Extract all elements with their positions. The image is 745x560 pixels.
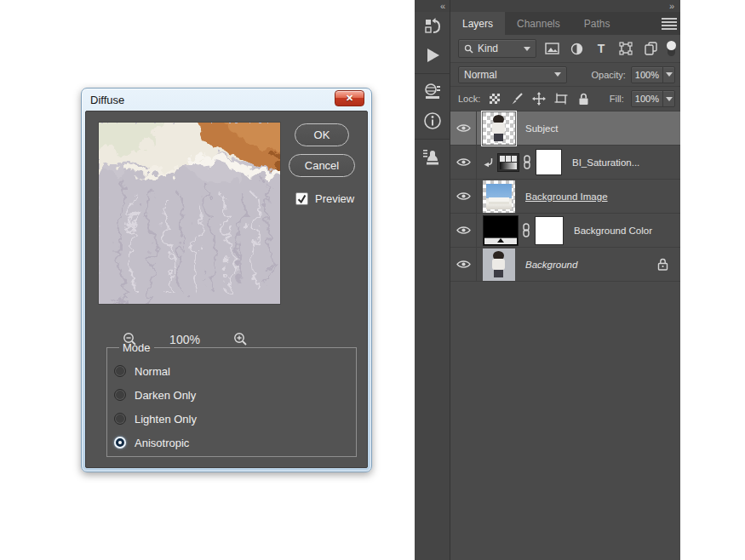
- tab-layers[interactable]: Layers: [450, 12, 505, 35]
- layers-list: Subject: [450, 111, 680, 560]
- visibility-toggle[interactable]: [450, 180, 477, 213]
- layer-name[interactable]: Background Image: [525, 191, 608, 202]
- clipping-mask-icon: [484, 157, 493, 168]
- lock-position-button[interactable]: [531, 91, 547, 106]
- filter-type-layers-button[interactable]: T: [592, 39, 610, 58]
- opacity-dropdown-button[interactable]: [662, 67, 674, 83]
- history-panel-button[interactable]: [415, 12, 450, 41]
- tab-channels[interactable]: Channels: [505, 12, 572, 35]
- layer-row-subject[interactable]: Subject: [450, 111, 680, 146]
- preview-checkbox[interactable]: [295, 192, 308, 205]
- smart-object-icon: [645, 42, 657, 55]
- lock-transparency-button[interactable]: [487, 91, 502, 106]
- layer-row-background-image[interactable]: Background Image: [450, 180, 680, 214]
- preview-toggle[interactable]: Preview: [295, 192, 354, 205]
- filter-preview[interactable]: [98, 122, 281, 305]
- adjustment-thumbnail[interactable]: [497, 153, 519, 172]
- layer-name[interactable]: Background Color: [574, 226, 652, 236]
- close-button[interactable]: ✕: [335, 90, 364, 106]
- ok-button[interactable]: OK: [295, 123, 349, 146]
- mode-group: Mode Normal Darken Only Lighten Only Ani…: [106, 341, 357, 457]
- lock-icon: [657, 258, 668, 271]
- mode-option-lighten-only[interactable]: Lighten Only: [114, 407, 356, 431]
- radio-icon[interactable]: [114, 389, 126, 401]
- move-icon: [532, 92, 546, 106]
- libraries-panel-button[interactable]: [415, 77, 450, 106]
- opacity-field[interactable]: 100%: [631, 66, 675, 83]
- link-icon[interactable]: [522, 223, 530, 237]
- layer-thumbnail[interactable]: [483, 249, 515, 281]
- radio-selected-icon[interactable]: [114, 437, 126, 449]
- lock-pixels-button[interactable]: [509, 91, 524, 106]
- visibility-toggle[interactable]: [450, 146, 477, 179]
- expand-dock-button[interactable]: »: [450, 0, 680, 12]
- mode-option-darken-only[interactable]: Darken Only: [114, 383, 356, 407]
- eye-icon: [456, 123, 471, 133]
- filter-smart-objects-button[interactable]: [641, 39, 660, 58]
- collapse-left-icon: «: [440, 1, 444, 11]
- opacity-label: Opacity:: [592, 70, 626, 80]
- hamburger-icon: [662, 18, 677, 20]
- diffuse-dialog: Diffuse ✕: [81, 88, 372, 472]
- image-icon: [545, 43, 559, 54]
- mode-legend: Mode: [119, 341, 154, 354]
- fill-dropdown-button[interactable]: [662, 91, 674, 106]
- visibility-toggle[interactable]: [450, 111, 477, 145]
- layer-row-background[interactable]: Background: [450, 248, 680, 282]
- layer-row-bi-saturation[interactable]: BI_Saturation...: [450, 146, 680, 180]
- panel-menu-button[interactable]: [662, 17, 677, 30]
- clone-source-panel-button[interactable]: [415, 143, 450, 172]
- visibility-toggle[interactable]: [450, 214, 477, 247]
- info-icon: [423, 111, 442, 130]
- chevron-down-icon: [666, 72, 673, 77]
- actions-panel-button[interactable]: [415, 41, 450, 70]
- strip-divider: [415, 73, 450, 74]
- layer-locked-indicator: [657, 258, 668, 271]
- panel-dock: «: [415, 0, 652, 560]
- dialog-titlebar[interactable]: Diffuse ✕: [85, 89, 368, 111]
- layer-mask-thumbnail[interactable]: [535, 216, 564, 245]
- cancel-button[interactable]: Cancel: [289, 154, 355, 177]
- layers-panel: » Layers Channels Paths Kind: [450, 0, 680, 560]
- fill-field[interactable]: 100%: [631, 90, 675, 107]
- filter-kind-dropdown[interactable]: Kind: [458, 39, 536, 58]
- lock-all-button[interactable]: [576, 91, 591, 106]
- layer-row-background-color[interactable]: Background Color: [450, 214, 680, 248]
- layer-name[interactable]: Background: [525, 260, 577, 270]
- layer-mask-thumbnail[interactable]: [536, 149, 562, 175]
- radio-icon[interactable]: [114, 365, 126, 377]
- collapsed-panel-strip: «: [415, 0, 450, 560]
- layer-name[interactable]: Subject: [525, 123, 558, 134]
- lock-icon: [578, 93, 589, 106]
- layer-thumbnail[interactable]: [483, 180, 515, 213]
- mode-option-label: Lighten Only: [135, 413, 197, 426]
- fill-value[interactable]: 100%: [632, 94, 662, 104]
- filter-shape-layers-button[interactable]: [616, 39, 635, 58]
- visibility-toggle[interactable]: [450, 248, 477, 281]
- opacity-value[interactable]: 100%: [632, 70, 662, 80]
- layer-thumbnail[interactable]: [483, 112, 515, 145]
- collapse-dock-button[interactable]: «: [415, 0, 450, 12]
- filter-adjustment-layers-button[interactable]: [567, 39, 586, 58]
- blend-row: Normal Opacity: 100%: [450, 63, 680, 87]
- radio-icon[interactable]: [114, 413, 126, 425]
- fill-label: Fill:: [610, 94, 624, 104]
- chevron-down-icon: [554, 72, 561, 77]
- fill-layer-thumbnail[interactable]: [483, 215, 519, 246]
- info-panel-button[interactable]: [415, 106, 450, 135]
- tab-paths[interactable]: Paths: [572, 12, 622, 35]
- transparency-checker-icon: [490, 94, 500, 104]
- chevron-down-icon: [524, 47, 530, 51]
- layer-name[interactable]: BI_Saturation...: [572, 157, 639, 168]
- filter-on-off-toggle[interactable]: [666, 39, 677, 58]
- link-icon[interactable]: [523, 155, 531, 169]
- mode-option-label: Anisotropic: [135, 437, 189, 449]
- panel-empty-area: [450, 282, 680, 560]
- mode-option-normal[interactable]: Normal: [114, 359, 356, 383]
- mode-option-anisotropic[interactable]: Anisotropic: [114, 431, 356, 454]
- blend-mode-dropdown[interactable]: Normal: [458, 66, 567, 83]
- dialog-content: OK Cancel Preview 100%: [85, 111, 368, 468]
- lock-artboard-button[interactable]: [553, 91, 569, 106]
- check-icon: [297, 194, 307, 203]
- filter-pixel-layers-button[interactable]: [542, 39, 561, 58]
